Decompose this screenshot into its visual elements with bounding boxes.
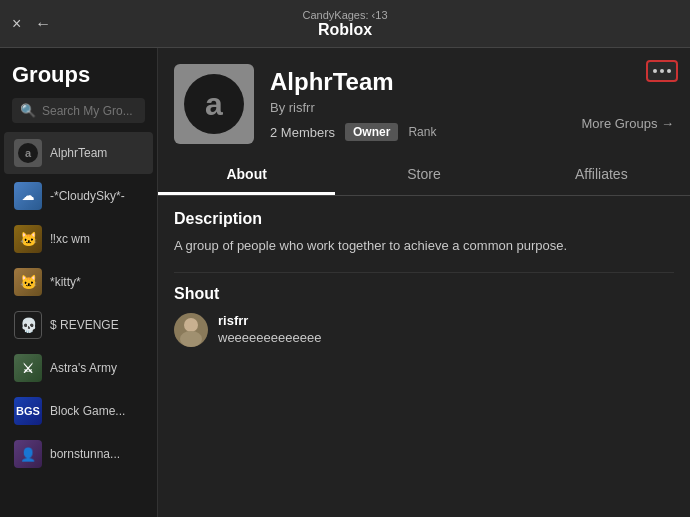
dot3: [667, 69, 671, 73]
group-avatar-astra: ⚔: [14, 354, 42, 382]
group-name-revenge: $ REVENGE: [50, 318, 119, 332]
title-bar-controls: × ←: [12, 15, 51, 33]
shout-item: risfrr weeeeeeeeeeeee: [174, 313, 674, 347]
group-logo-large: a: [174, 64, 254, 144]
shout-section: Shout risfrr weeeeeeeeeeeee: [174, 285, 674, 347]
sidebar-item-cloudysky[interactable]: ☁ -*CloudySky*-: [4, 175, 153, 217]
group-logo-inner: a: [184, 74, 244, 134]
tab-store[interactable]: Store: [335, 156, 512, 195]
group-info: AlphrTeam By risfrr 2 Members Owner Rank: [270, 64, 674, 141]
title-bar-center: CandyKages: ‹13 Roblox: [303, 9, 388, 39]
group-header: a AlphrTeam By risfrr 2 Members Owner Ra…: [158, 48, 690, 156]
content-area: More Groups → a AlphrTeam By risfrr 2 Me…: [158, 48, 690, 517]
group-avatar-kitty: 🐱: [14, 268, 42, 296]
group-name-alphrteam: AlphrTeam: [50, 146, 107, 160]
group-logo-letter: a: [205, 86, 223, 123]
svg-point-0: [184, 318, 198, 332]
sidebar-header: Groups 🔍: [0, 48, 157, 131]
title-bar-user: CandyKages: ‹13: [303, 9, 388, 21]
group-avatar-blockgame: BGS: [14, 397, 42, 425]
shout-title: Shout: [174, 285, 674, 303]
group-rank-badge: Owner: [345, 123, 398, 141]
group-list: a AlphrTeam ☁ -*CloudySky*- 🐱 ‼xc wm: [0, 131, 157, 517]
tab-affiliates[interactable]: Affiliates: [513, 156, 690, 195]
search-icon: 🔍: [20, 103, 36, 118]
description-title: Description: [174, 210, 674, 228]
sidebar-item-bornstunna[interactable]: 👤 bornstunna...: [4, 433, 153, 475]
tab-content-about: Description A group of people who work t…: [158, 196, 690, 361]
shout-user: risfrr: [218, 313, 321, 328]
more-options-button[interactable]: [646, 60, 678, 82]
dot2: [660, 69, 664, 73]
group-avatar-bornstunna: 👤: [14, 440, 42, 468]
group-name-astra: Astra's Army: [50, 361, 117, 375]
group-name-bornstunna: bornstunna...: [50, 447, 120, 461]
divider: [174, 272, 674, 273]
group-meta: 2 Members Owner Rank: [270, 123, 674, 141]
sidebar-item-alphrteam[interactable]: a AlphrTeam: [4, 132, 153, 174]
group-name-llxcwm: ‼xc wm: [50, 232, 90, 246]
main-layout: Groups 🔍 a AlphrTeam ☁ -*: [0, 48, 690, 517]
svg-point-1: [180, 331, 202, 347]
sidebar-item-blockgame[interactable]: BGS Block Game...: [4, 390, 153, 432]
group-avatar-llxcwm: 🐱: [14, 225, 42, 253]
tab-about[interactable]: About: [158, 156, 335, 195]
sidebar-item-astra[interactable]: ⚔ Astra's Army: [4, 347, 153, 389]
group-avatar-revenge: 💀: [14, 311, 42, 339]
shout-content: risfrr weeeeeeeeeeeee: [218, 313, 321, 345]
search-input[interactable]: [42, 104, 137, 118]
dot1: [653, 69, 657, 73]
group-by: By risfrr: [270, 100, 674, 115]
group-name-large: AlphrTeam: [270, 68, 674, 96]
group-members: 2 Members: [270, 125, 335, 140]
group-name-kitty: *kitty*: [50, 275, 81, 289]
sidebar-item-llxcwm[interactable]: 🐱 ‼xc wm: [4, 218, 153, 260]
group-avatar-alphrteam: a: [14, 139, 42, 167]
group-avatar-cloudysky: ☁: [14, 182, 42, 210]
description-text: A group of people who work together to a…: [174, 236, 674, 256]
group-name-cloudysky: -*CloudySky*-: [50, 189, 125, 203]
close-button[interactable]: ×: [12, 16, 21, 32]
tabs-bar: About Store Affiliates: [158, 156, 690, 196]
sidebar-title: Groups: [12, 62, 145, 88]
group-name-blockgame: Block Game...: [50, 404, 125, 418]
shout-avatar: [174, 313, 208, 347]
title-bar-app: Roblox: [318, 21, 372, 39]
title-bar: × ← CandyKages: ‹13 Roblox: [0, 0, 690, 48]
sidebar: Groups 🔍 a AlphrTeam ☁ -*: [0, 48, 158, 517]
search-box[interactable]: 🔍: [12, 98, 145, 123]
shout-text: weeeeeeeeeeeee: [218, 330, 321, 345]
back-button[interactable]: ←: [35, 15, 51, 33]
sidebar-item-kitty[interactable]: 🐱 *kitty*: [4, 261, 153, 303]
group-rank-label: Rank: [408, 125, 436, 139]
sidebar-item-revenge[interactable]: 💀 $ REVENGE: [4, 304, 153, 346]
